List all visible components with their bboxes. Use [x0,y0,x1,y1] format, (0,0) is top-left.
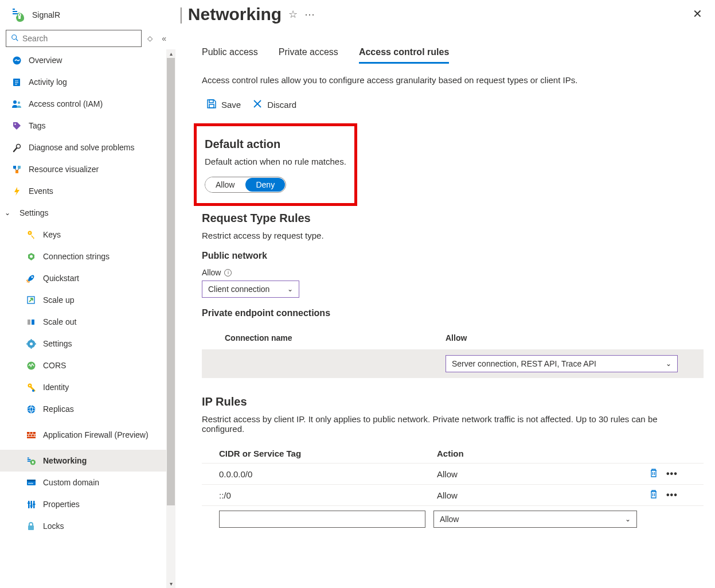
action-cell: Allow [437,490,649,500]
tab-access-control-rules[interactable]: Access control rules [359,47,449,64]
info-icon[interactable]: i [224,269,232,277]
search-input[interactable] [22,34,136,43]
nav-tags[interactable]: Tags [0,115,166,137]
svg-point-9 [13,100,17,104]
search-box[interactable] [6,30,142,47]
scale-up-icon [26,295,36,305]
nav-connection-strings[interactable]: Connection strings [0,246,166,267]
nav-activity-log[interactable]: Activity log [0,71,166,93]
dropdown-value: Server connection, REST API, Trace API [452,359,596,368]
favorite-star-icon[interactable]: ☆ [288,8,298,21]
svg-rect-54 [30,505,33,507]
nav-scale-out[interactable]: Scale out [0,311,166,333]
collapse-panel-icon[interactable]: « [158,34,170,43]
diagnose-icon [11,142,22,153]
svg-point-26 [30,342,33,345]
tab-public-access[interactable]: Public access [202,47,258,64]
resource-name: SignalR [32,10,60,20]
nav-group-settings[interactable]: ⌄ Settings [0,202,166,224]
svg-point-11 [14,123,16,125]
search-icon [11,34,19,44]
connection-strings-icon [26,251,36,262]
resource-visualizer-icon [11,164,22,174]
nav-access-control[interactable]: Access control (IAM) [0,93,166,115]
nav-label: Quickstart [43,274,79,283]
nav-events[interactable]: Events [0,180,166,202]
nav-custom-domain[interactable]: www Custom domain [0,472,166,493]
nav-label: Activity log [29,77,67,87]
svg-rect-24 [32,320,34,325]
tags-icon [11,120,22,131]
delete-icon[interactable] [649,468,658,480]
close-icon[interactable]: ✕ [693,7,702,21]
nav-settings[interactable]: Settings [0,333,166,355]
firewall-icon [26,430,36,440]
page-header: | Networking ☆ ⋯ [179,2,704,24]
save-button[interactable]: Save [206,99,241,111]
row-more-icon[interactable]: ••• [666,490,678,500]
svg-point-34 [32,390,34,392]
nav-label: Resource visualizer [29,165,99,174]
scrollbar-thumb[interactable] [167,58,175,505]
highlight-box: Default action Default action when no ru… [194,123,357,206]
default-action-toggle[interactable]: Allow Deny [205,177,286,193]
nav-label: Identity [43,383,69,392]
action-dropdown[interactable]: Allow ⌄ [433,511,637,528]
col-allow: Allow [446,333,467,342]
delete-icon[interactable] [649,489,658,501]
signalr-resource-icon [10,7,26,23]
pec-heading: Private endpoint connections [202,308,704,318]
nav-scrollbar[interactable]: ▴ ▾ [166,49,175,588]
cors-icon [26,360,36,371]
svg-rect-46 [32,461,34,463]
public-network-heading: Public network [202,251,704,261]
networking-icon [26,455,36,466]
nav-networking[interactable]: Networking [0,450,166,472]
nav-overview[interactable]: Overview [0,49,166,71]
rules-description: Access control rules allow you to config… [202,75,704,85]
action-cell: Allow [437,469,649,479]
nav-cors[interactable]: CORS [0,355,166,376]
nav-scroll: Overview Activity log Access control (IA… [0,49,175,588]
nav-label: Settings [19,208,49,217]
nav-diagnose[interactable]: Diagnose and solve problems [0,137,166,158]
row-more-icon[interactable]: ••• [666,469,678,479]
svg-point-19 [29,232,30,233]
discard-button[interactable]: Discard [252,99,296,111]
scroll-down-arrow-icon[interactable]: ▾ [170,579,173,588]
svg-rect-51 [30,501,32,508]
pec-header-row: Connection name Allow [202,326,704,349]
scroll-up-arrow-icon[interactable]: ▴ [170,49,173,58]
iam-icon [11,99,22,109]
nav-label: Overview [29,56,62,65]
nav-label: Replicas [43,404,74,414]
col-connection-name: Connection name [225,333,446,342]
svg-rect-58 [209,104,214,108]
nav-identity[interactable]: Identity [0,376,166,398]
title-divider: | [179,5,183,24]
toggle-deny[interactable]: Deny [245,178,285,192]
nav-label: Connection strings [43,252,110,261]
nav-properties[interactable]: Properties [0,493,166,515]
pec-allow-dropdown[interactable]: Server connection, REST API, Trace API ⌄ [446,355,678,372]
nav-scale-up[interactable]: Scale up [0,289,166,311]
row-actions: ••• [649,489,678,501]
more-actions-icon[interactable]: ⋯ [304,8,315,21]
nav-replicas[interactable]: Replicas [0,398,166,420]
public-allow-dropdown[interactable]: Client connection ⌄ [202,281,299,298]
nav-keys[interactable]: Keys [0,224,166,246]
nav-resource-visualizer[interactable]: Resource visualizer [0,158,166,180]
toggle-allow[interactable]: Allow [205,177,245,192]
svg-line-16 [14,169,17,170]
nav-quickstart[interactable]: Quickstart [0,267,166,289]
dropdown-value: Allow [440,515,459,524]
request-type-rules-desc: Restrict access by request type. [202,231,704,240]
expand-icon[interactable]: ◇ [145,34,155,42]
cidr-input[interactable] [219,511,425,528]
tab-private-access[interactable]: Private access [279,47,338,64]
nav-application-firewall[interactable]: Application Firewall (Preview) [0,420,166,450]
cidr-cell: 0.0.0.0/0 [219,469,437,479]
discard-icon [252,99,263,111]
nav-locks[interactable]: Locks [0,515,166,537]
allow-label: Allow i [202,268,704,277]
